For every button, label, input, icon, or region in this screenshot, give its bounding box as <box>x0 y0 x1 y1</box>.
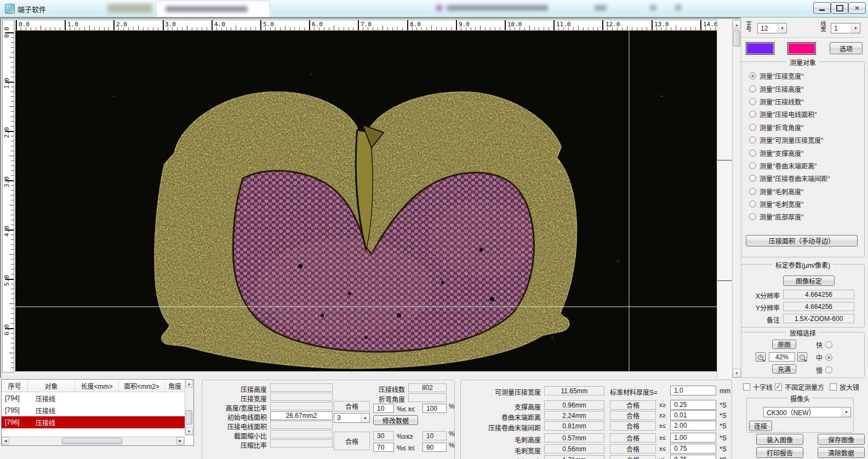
scrollbar-thumb[interactable] <box>186 410 192 424</box>
table-row-selected[interactable]: [796] 压接线 <box>2 416 185 428</box>
radio-measure-curl-end-distance[interactable]: 测量"卷曲末端距离" <box>741 159 864 172</box>
curl-end-distance-limit-field[interactable]: 0.01 <box>670 410 716 420</box>
v-ruler-label: 1.0 <box>3 74 11 93</box>
bottom-thickness-label: 底部厚度 <box>461 457 541 459</box>
burr-height-limit-field[interactable]: 1.00 <box>670 433 716 443</box>
speed-slow-option[interactable]: 慢 <box>816 365 832 375</box>
table-row[interactable]: [794] 压接线 <box>2 392 185 404</box>
scroll-right-arrow[interactable]: ▶ <box>176 437 184 445</box>
range2-min-field[interactable]: 30 <box>373 431 394 440</box>
primary-color-swatch[interactable] <box>746 42 774 55</box>
line-width-dropdown[interactable]: 1 ▼ <box>831 23 860 33</box>
zoom-percentage-field[interactable]: 42% <box>769 352 795 362</box>
radio-measure-burr-width[interactable]: 测量"毛刺宽度" <box>741 198 864 210</box>
burr-height-label: 毛刺高度 <box>461 435 541 444</box>
print-report-button[interactable]: 打印报告 <box>756 447 803 458</box>
radio-icon <box>749 98 756 105</box>
scrollbar-thumb[interactable] <box>733 30 740 47</box>
radio-measure-measurable-width[interactable]: 测量"可测量压接宽度" <box>741 134 864 146</box>
col-header-angle[interactable]: 角度 <box>165 380 185 392</box>
radio-measure-curl-end-gap[interactable]: 测量"压接卷曲末端间距" <box>741 172 864 185</box>
secondary-color-swatch[interactable] <box>787 42 816 55</box>
burr-height-unit: *S <box>719 434 727 442</box>
curl-end-gap-unit: *S <box>719 422 727 430</box>
table-vertical-scrollbar[interactable]: ▲ ▼ <box>185 380 193 435</box>
options-button[interactable]: 选项 <box>830 42 863 54</box>
support-height-limit-field[interactable]: 0.25 <box>670 400 716 410</box>
crimp-area-manual-button[interactable]: 压接面积（手动寻边） <box>746 235 858 246</box>
blurred-tab <box>156 1 270 17</box>
burr-width-limit-field[interactable]: 0.75 <box>670 444 716 454</box>
load-image-button[interactable]: 装入图像 <box>756 434 803 445</box>
curl-end-gap-status: 合格 <box>610 421 656 431</box>
crimp-width-label: 压接宽度 <box>202 394 267 403</box>
pass-status-box-1: 合格 <box>334 401 370 411</box>
measurable-width-label: 可测量压接宽度 <box>461 387 541 397</box>
material-thickness-field[interactable]: 1.0 <box>670 386 716 395</box>
original-size-button[interactable]: 原图 <box>772 340 796 349</box>
image-calibrate-button[interactable]: 图像标定 <box>783 276 835 286</box>
close-button[interactable]: ✕ <box>848 2 866 14</box>
bottom-thickness-limit-field[interactable]: 0.75 <box>670 455 716 459</box>
h-ruler-label: 6.0 <box>312 21 323 28</box>
compression-ratio-label: 压缩比率 <box>202 440 267 450</box>
wire-count-dropdown[interactable]: 3 ▼ <box>334 413 370 423</box>
radio-measure-wire-area[interactable]: 测量"压接电线面积" <box>741 108 864 121</box>
table-row[interactable]: [795] 压接线 <box>2 404 185 416</box>
font-size-dropdown[interactable]: 12 ▼ <box>757 23 787 33</box>
camera-dropdown[interactable]: CK300（NEW） ▼ <box>763 407 851 417</box>
radio-measure-bend-angle[interactable]: 测量"折弯角度" <box>741 121 864 134</box>
fit-button[interactable]: 充满 <box>772 364 796 374</box>
range1-unit: % <box>449 403 455 410</box>
zoom-out-icon[interactable]: − <box>797 352 807 362</box>
initial-wire-area-field[interactable]: 26.67mm2 <box>270 411 333 420</box>
maximize-button[interactable] <box>831 2 848 14</box>
col-header-length[interactable]: 长度<mm> <box>75 380 119 392</box>
blurred-item-3 <box>675 4 682 11</box>
scroll-down-arrow[interactable]: ▼ <box>185 427 193 435</box>
crosshair-checkbox[interactable]: 十字线 <box>743 382 773 392</box>
radio-measure-crimp-width[interactable]: 测量"压接宽度" <box>741 70 864 82</box>
radio-icon <box>825 354 832 361</box>
range2-max-field[interactable]: 10 <box>422 431 447 440</box>
blurred-tab-text <box>165 6 248 12</box>
crimped-wire-area-label: 压接电线面积 <box>202 422 267 431</box>
col-header-object[interactable]: 对象 <box>28 380 75 392</box>
scrollbar-thumb[interactable] <box>62 438 122 444</box>
radio-measure-burr-height[interactable]: 测量"毛刺高度" <box>741 185 864 198</box>
col-header-area[interactable]: 面积<mm2> <box>119 380 165 392</box>
speed-fast-option[interactable]: 快 <box>816 340 832 349</box>
speed-medium-option[interactable]: 中 <box>816 353 832 362</box>
radio-measure-wire-count[interactable]: 测量"压接线数" <box>741 95 864 108</box>
canvas-vertical-scrollbar[interactable]: ▲ ▼ <box>732 20 741 378</box>
range1-max-field[interactable]: 100 <box>422 404 447 413</box>
title-bar: 端子软件 ✕ <box>0 0 868 18</box>
scroll-up-arrow[interactable]: ▲ <box>733 20 741 29</box>
range3-max-field[interactable]: 90 <box>422 443 447 452</box>
free-measure-checkbox[interactable]: 不固定测量方 <box>775 382 824 392</box>
table-horizontal-scrollbar[interactable]: ◀ ▶ <box>2 437 185 445</box>
scroll-up-arrow[interactable]: ▲ <box>185 380 193 387</box>
clear-data-button[interactable]: 清除数据 <box>818 447 865 458</box>
strip-mark <box>717 280 732 281</box>
modify-data-button[interactable]: 修改数据 <box>373 415 418 425</box>
scroll-down-arrow[interactable]: ▼ <box>733 369 741 377</box>
curl-end-gap-limit-field[interactable]: 2.00 <box>670 421 716 431</box>
radio-measure-crimp-height[interactable]: 测量"压接高度" <box>741 82 864 95</box>
radio-measure-support-height[interactable]: 测量"支撑高度" <box>741 146 864 159</box>
crimped-wire-area-value <box>270 421 333 429</box>
connect-button[interactable]: 连接 <box>749 421 772 431</box>
blurred-icon <box>436 4 443 12</box>
magnifier-checkbox[interactable]: 放大镜 <box>830 382 859 392</box>
scroll-left-arrow[interactable]: ◀ <box>2 437 9 445</box>
col-header-index[interactable]: 序号 <box>2 380 28 392</box>
microscope-image-canvas[interactable] <box>15 31 717 371</box>
save-image-button[interactable]: 保存图像 <box>818 434 865 445</box>
zoom-title: 放缩选择 <box>787 328 819 337</box>
minimize-button[interactable] <box>813 2 831 14</box>
range1-min-field[interactable]: 10 <box>373 404 394 413</box>
radio-measure-bottom-thickness[interactable]: 测量"底部厚度" <box>741 210 864 223</box>
burr-height-value: 0.57mm <box>544 433 604 443</box>
range3-min-field[interactable]: 70 <box>373 443 394 452</box>
zoom-in-icon[interactable]: + <box>756 352 766 362</box>
